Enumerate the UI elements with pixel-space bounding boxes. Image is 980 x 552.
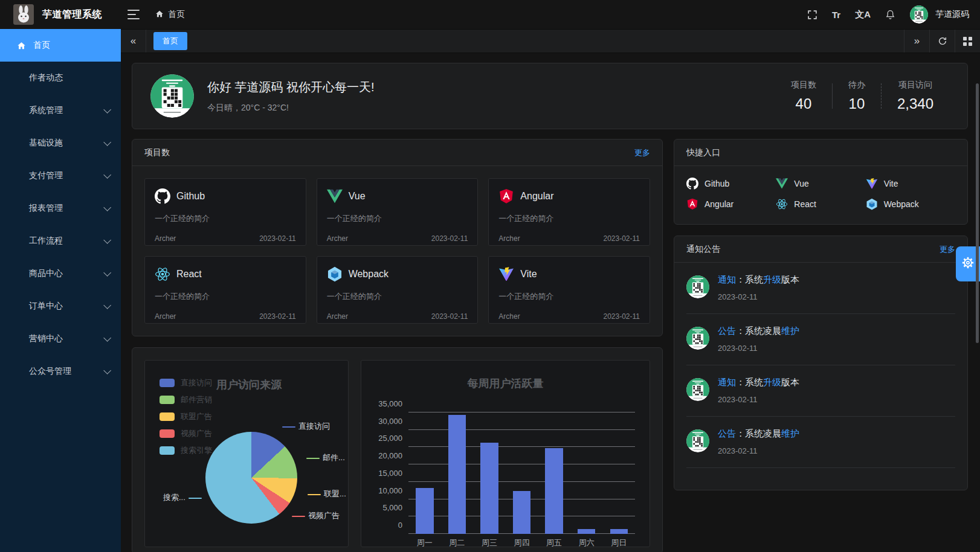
y-tick-label: 15,000 xyxy=(378,468,402,477)
react-icon xyxy=(155,266,170,282)
project-date: 2023-02-11 xyxy=(259,234,296,243)
project-name: React xyxy=(176,269,202,280)
tabs-collapse-left-icon[interactable]: « xyxy=(121,30,146,53)
bell-icon[interactable] xyxy=(885,9,895,20)
bar-周一 xyxy=(416,488,433,534)
x-tick-label: 周日 xyxy=(602,538,635,548)
fullscreen-icon[interactable] xyxy=(807,10,817,20)
sidebar-item-7[interactable]: 商品中心 xyxy=(0,257,121,290)
pie-label-2: 联盟... xyxy=(305,489,346,499)
project-card-vue[interactable]: Vue 一个正经的简介 Archer2023-02-11 xyxy=(317,178,479,246)
notices-list: 通知：系统升级版本 2023-02-11 公告：系统凌晨维护 2023-02-1… xyxy=(674,263,967,490)
project-name: Github xyxy=(176,191,205,202)
tabs-refresh-icon[interactable] xyxy=(929,30,955,53)
project-card-vite[interactable]: Vite 一个正经的简介 Archer2023-02-11 xyxy=(488,256,650,324)
project-card-github[interactable]: Github 一个正经的简介 Archer2023-02-11 xyxy=(144,178,306,246)
stat-1: 待办10 xyxy=(833,80,881,112)
welcome-avatar xyxy=(150,74,194,118)
bar-周日 xyxy=(610,529,628,534)
bar-周六 xyxy=(578,529,595,534)
project-author: Archer xyxy=(155,234,176,243)
tabs-menu-grid-icon[interactable] xyxy=(955,30,980,53)
sidebar-item-0[interactable]: 首页 xyxy=(0,29,121,62)
notice-item-0[interactable]: 通知：系统升级版本 2023-02-11 xyxy=(686,263,955,314)
notice-item-1[interactable]: 公告：系统凌晨维护 2023-02-11 xyxy=(686,314,955,365)
shortcut-webpack[interactable]: Webpack xyxy=(866,194,955,214)
pie-label-1: 邮件... xyxy=(303,452,345,463)
chevron-down-icon xyxy=(103,204,111,211)
shortcut-github[interactable]: Github xyxy=(686,173,776,194)
chevron-down-icon xyxy=(103,334,111,342)
notice-avatar xyxy=(686,275,709,298)
notice-item-2[interactable]: 通知：系统升级版本 2023-02-11 xyxy=(686,365,955,417)
sidebar-item-label: 作者动态 xyxy=(29,72,63,83)
project-date: 2023-02-11 xyxy=(431,312,468,321)
stat-value: 10 xyxy=(848,95,865,112)
legend-item-4[interactable]: 搜索引擎 xyxy=(160,445,212,456)
sidebar-item-5[interactable]: 报表管理 xyxy=(0,192,121,225)
username[interactable]: 芋道源码 xyxy=(935,9,969,20)
project-card-webpack[interactable]: Webpack 一个正经的简介 Archer2023-02-11 xyxy=(317,256,479,324)
shortcut-label: Webpack xyxy=(884,199,919,209)
webpack-icon xyxy=(327,266,343,282)
sidebar-item-9[interactable]: 营销中心 xyxy=(0,323,121,355)
sidebar-item-label: 支付管理 xyxy=(29,170,63,181)
shortcut-react[interactable]: React xyxy=(776,194,865,214)
tab-home[interactable]: 首页 xyxy=(153,32,187,50)
legend-item-3[interactable]: 视频广告 xyxy=(160,428,212,439)
projects-more-link[interactable]: 更多 xyxy=(634,147,650,158)
sidebar-item-label: 营销中心 xyxy=(29,333,63,344)
chevron-down-icon xyxy=(103,138,111,146)
sidebar-item-1[interactable]: 作者动态 xyxy=(0,62,121,94)
gear-icon xyxy=(962,257,974,271)
sidebar-item-label: 商品中心 xyxy=(29,268,63,279)
legend-label: 联盟广告 xyxy=(181,411,212,422)
sidebar-item-label: 基础设施 xyxy=(29,138,63,149)
project-card-angular[interactable]: Angular 一个正经的简介 Archer2023-02-11 xyxy=(488,178,650,246)
scrollbar[interactable] xyxy=(976,83,979,343)
shortcut-angular[interactable]: Angular xyxy=(686,194,776,214)
language-icon[interactable]: 文A xyxy=(855,9,871,21)
y-tick-label: 20,000 xyxy=(378,451,402,460)
font-size-icon[interactable]: Tr xyxy=(832,10,840,20)
project-date: 2023-02-11 xyxy=(431,234,468,243)
vue-icon xyxy=(327,188,343,204)
legend-item-1[interactable]: 邮件营销 xyxy=(160,394,212,405)
pie-chart xyxy=(205,432,297,524)
project-desc: 一个正经的简介 xyxy=(498,213,640,224)
sidebar-item-4[interactable]: 支付管理 xyxy=(0,159,121,192)
legend-label: 搜索引擎 xyxy=(181,445,212,456)
stat-label: 项目访问 xyxy=(897,80,933,91)
project-author: Archer xyxy=(327,234,348,243)
breadcrumb[interactable]: 首页 xyxy=(155,9,185,20)
angular-icon xyxy=(498,188,514,204)
notice-title: 通知：系统升级版本 xyxy=(718,377,799,388)
notice-avatar xyxy=(686,378,709,401)
sidebar-item-label: 公众号管理 xyxy=(29,366,71,377)
sidebar-item-2[interactable]: 系统管理 xyxy=(0,94,121,127)
sidebar-item-10[interactable]: 公众号管理 xyxy=(0,355,121,388)
sidebar-item-3[interactable]: 基础设施 xyxy=(0,127,121,159)
notice-item-3[interactable]: 公告：系统凌晨维护 2023-02-11 xyxy=(686,417,955,468)
user-avatar[interactable] xyxy=(910,5,928,24)
notices-more-link[interactable]: 更多 xyxy=(940,244,955,255)
legend-item-2[interactable]: 联盟广告 xyxy=(160,411,212,422)
shortcut-vite[interactable]: Vite xyxy=(866,173,955,194)
projects-card-title: 项目数 xyxy=(144,147,170,158)
project-card-react[interactable]: React 一个正经的简介 Archer2023-02-11 xyxy=(144,256,306,324)
sidebar-fold-icon[interactable] xyxy=(127,10,140,19)
sidebar-item-6[interactable]: 工作流程 xyxy=(0,225,121,257)
sidebar-item-8[interactable]: 订单中心 xyxy=(0,290,121,323)
notice-title: 公告：系统凌晨维护 xyxy=(718,326,799,337)
legend-label: 直接访问 xyxy=(181,377,212,388)
app-title: 芋道管理系统 xyxy=(42,8,102,21)
pie-label-0: 直接访问 xyxy=(279,421,330,432)
tabs-scroll-right-icon[interactable]: » xyxy=(904,30,929,53)
shortcuts-card-title: 快捷入口 xyxy=(686,147,720,158)
project-author: Archer xyxy=(498,312,520,321)
project-author: Archer xyxy=(155,312,176,321)
y-tick-label: 25,000 xyxy=(378,434,402,443)
chevron-down-icon xyxy=(103,106,111,114)
legend-item-0[interactable]: 直接访问 xyxy=(160,377,212,388)
shortcut-vue[interactable]: Vue xyxy=(776,173,865,194)
